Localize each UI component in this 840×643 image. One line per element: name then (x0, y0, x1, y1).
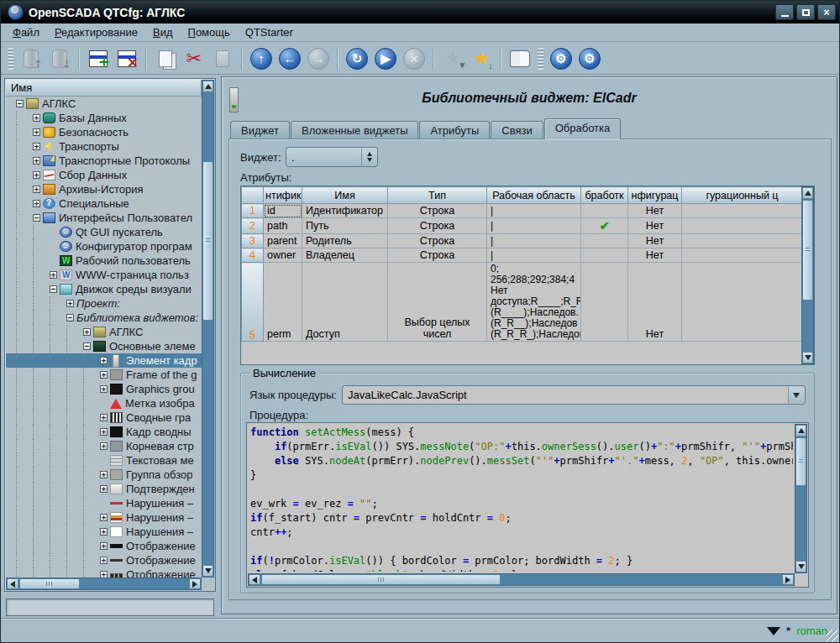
bottom-line-edit[interactable] (6, 599, 214, 616)
menu-Файл[interactable]: Файл (6, 24, 46, 40)
scrollbar-thumb[interactable] (802, 200, 813, 301)
expand-icon[interactable]: + (100, 385, 108, 393)
dropdown-button[interactable] (788, 387, 804, 403)
scroll-up-button[interactable] (202, 81, 213, 92)
menu-Редактирование[interactable]: Редактирование (48, 24, 144, 40)
cell-id[interactable]: owner (264, 248, 302, 263)
tree-item-основные-элеме[interactable]: −Основные элеме (6, 339, 202, 353)
start-button[interactable]: ▶ (372, 46, 399, 71)
toolbar-handle[interactable] (8, 48, 13, 70)
row-number-cell[interactable]: 5 (242, 263, 264, 342)
expand-icon[interactable]: + (33, 157, 40, 165)
tree-item-qt-gui-пускатель[interactable]: Qt GUI пускатель (6, 225, 202, 239)
expand-icon[interactable]: + (100, 471, 108, 478)
cell-id[interactable]: perm (264, 263, 302, 342)
tree-item-проект-[interactable]: +Проект: (6, 296, 202, 311)
spin-buttons[interactable] (361, 149, 376, 165)
cell-config[interactable]: Нет (628, 204, 682, 218)
expand-icon[interactable]: + (33, 143, 40, 150)
scroll-down-button[interactable] (802, 352, 813, 363)
tray-triangle-icon[interactable] (767, 627, 780, 635)
scroll-right-button[interactable] (189, 578, 201, 589)
cell-name[interactable]: Владелец (302, 248, 388, 263)
cell-config[interactable]: Нет (628, 248, 682, 263)
close-button[interactable]: × (817, 4, 836, 20)
cell-processing[interactable]: ✔ (581, 218, 628, 234)
cell-processing[interactable] (581, 204, 628, 218)
cell-type[interactable]: Выбор целых чисел (388, 263, 487, 342)
collapse-icon[interactable]: − (16, 100, 24, 107)
menu-Помощь[interactable]: Помощь (181, 24, 237, 40)
tree-item-базы-данных[interactable]: +Базы Данных (6, 111, 202, 125)
tree-item-отображение[interactable]: +Отображение (6, 553, 202, 567)
cell-id[interactable]: id (264, 204, 302, 218)
cell-config-template[interactable] (682, 234, 803, 248)
expand-icon[interactable]: + (33, 171, 40, 179)
cell-config[interactable]: Нет (628, 263, 682, 342)
cell-type[interactable]: Строка (388, 248, 487, 263)
scroll-up-button[interactable] (795, 425, 806, 437)
tree-item-рабочий-пользователь[interactable]: Рабочий пользователь (6, 254, 202, 268)
add-favorite-button[interactable]: ★↓ (468, 46, 495, 71)
cell-config-template[interactable] (682, 248, 803, 263)
tree-item-аглкс[interactable]: −АГЛКС (6, 97, 202, 111)
cell-processing[interactable] (581, 263, 628, 342)
column-header-нфигурац[interactable]: нфигурац (628, 187, 682, 204)
scrollbar-thumb[interactable] (261, 574, 501, 585)
menu-Вид[interactable]: Вид (146, 24, 180, 40)
expand-icon[interactable]: + (100, 514, 108, 521)
delete-item-button[interactable]: × (113, 46, 140, 71)
column-header-Тип[interactable]: Тип (388, 187, 487, 204)
scroll-right-button[interactable] (782, 574, 794, 585)
tree-column-header[interactable]: Имя (6, 80, 202, 97)
scroll-up-button[interactable] (802, 187, 813, 199)
scroll-left-button[interactable] (249, 574, 260, 585)
vision-launch-button[interactable]: ⚙ (576, 46, 603, 71)
back-button[interactable]: ← (276, 46, 303, 71)
column-header-Рабочая область[interactable]: Рабочая область (487, 187, 581, 204)
tree-item-транспорты[interactable]: +Транспорты (6, 139, 202, 154)
scroll-down-button[interactable] (795, 561, 806, 572)
reload-item-button[interactable]: ↻ (344, 46, 370, 71)
expand-icon[interactable]: + (83, 328, 91, 336)
copy-item-button[interactable] (152, 46, 179, 71)
collapse-icon[interactable]: − (66, 314, 74, 322)
tree-item-отображение[interactable]: +Отображение (6, 539, 202, 553)
tree-item-группа-обзор[interactable]: +Группа обзор (6, 468, 202, 482)
scrollbar-thumb[interactable] (795, 437, 806, 486)
expand-icon[interactable]: + (33, 186, 40, 193)
tree-item-нарушения-[interactable]: Нарушения – (6, 496, 202, 510)
cell-type[interactable]: Строка (388, 218, 487, 234)
tree-item-элемент-кадр[interactable]: +Элемент кадр (6, 353, 202, 368)
widget-select[interactable]: . (286, 147, 378, 167)
cell-name[interactable]: Родитель (302, 234, 388, 248)
column-header-бработк[interactable]: бработк (581, 187, 628, 204)
tree-item-graphics-grou[interactable]: +Graphics grou (6, 382, 202, 396)
resize-grip[interactable] (827, 630, 838, 641)
minimize-button[interactable] (775, 4, 794, 20)
tab-обработка[interactable]: Обработка (544, 118, 622, 139)
tree-item-безопасность[interactable]: +Безопасность (6, 125, 202, 139)
cell-type[interactable]: Строка (388, 234, 487, 248)
cell-workarea[interactable]: | (487, 218, 581, 234)
tree-item-подтвержден[interactable]: +Подтвержден (6, 482, 202, 496)
cell-processing[interactable] (581, 234, 628, 248)
expand-icon[interactable]: + (66, 300, 74, 307)
tree-item-аглкс[interactable]: +АГЛКС (6, 325, 202, 339)
cell-type[interactable]: Строка (388, 204, 487, 218)
cell-name[interactable]: Идентификатор (302, 204, 388, 218)
expand-icon[interactable]: + (100, 528, 108, 536)
add-item-button[interactable]: + (85, 46, 112, 71)
cell-workarea[interactable]: | (487, 234, 581, 248)
tree-item-отображение[interactable]: +Отображение (6, 567, 202, 578)
collapse-icon[interactable]: − (83, 342, 91, 350)
row-number-cell[interactable]: 3 (242, 234, 264, 248)
tree-item-конфигуратор-програм[interactable]: Конфигуратор програм (6, 239, 202, 254)
tree-item-движок-среды-визуали[interactable]: −Движок среды визуали (6, 282, 202, 296)
expand-icon[interactable]: + (100, 571, 108, 578)
cell-config-template[interactable] (682, 263, 803, 342)
expand-icon[interactable]: + (100, 357, 108, 364)
tree-item-нарушения-[interactable]: +Нарушения – (6, 525, 202, 539)
cell-workarea[interactable]: | (487, 204, 581, 218)
tree-item-интерфейсы-пользовател[interactable]: −Интерфейсы Пользовател (6, 211, 202, 225)
